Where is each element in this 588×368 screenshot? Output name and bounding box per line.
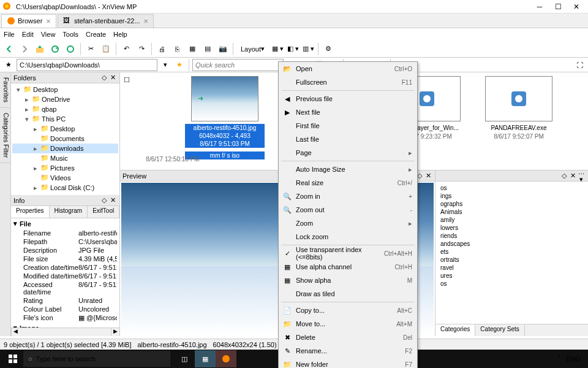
taskbar-app-xnview[interactable] — [216, 350, 236, 367]
menu-item[interactable]: ✎Rename...F2 — [279, 344, 417, 358]
folder-tree[interactable]: ▾📁Desktop▸📁OneDrive▸📁qbap▾📁This PC▸📁Desk… — [11, 83, 119, 195]
tray-lang[interactable]: ENG — [566, 355, 581, 362]
h-scrollbar[interactable]: ◀▶ — [11, 328, 119, 336]
forward-button[interactable] — [18, 42, 31, 56]
menu-view[interactable]: View — [41, 31, 56, 38]
tree-item[interactable]: 📁Music — [12, 153, 118, 163]
address-input[interactable] — [17, 59, 157, 71]
category-item[interactable]: ures — [438, 272, 586, 280]
panel-float-button[interactable]: ◇ — [100, 196, 108, 204]
panel-close-button[interactable]: ✕ — [568, 172, 577, 180]
panel-close-button[interactable]: ✕ — [108, 74, 117, 82]
multi-button[interactable]: ▤ — [201, 42, 214, 56]
fav-button[interactable]: ★ — [2, 59, 15, 71]
thumbnail[interactable]: ➜alberto-restifo-4510.jpg6048x4032 - 4,4… — [185, 76, 265, 159]
menu-item[interactable]: 📁Move to...Alt+M — [279, 317, 417, 331]
rotate-right-button[interactable]: ↷ — [135, 42, 148, 56]
category-item[interactable]: Animals — [438, 208, 586, 216]
tree-item[interactable]: ▸📁Desktop — [12, 124, 118, 134]
tray-up-icon[interactable]: ˄ — [557, 355, 561, 363]
capture-button[interactable]: 📷 — [216, 42, 230, 56]
fav-star-button[interactable]: ★ — [173, 59, 186, 71]
cut-button[interactable]: ✂ — [84, 42, 97, 56]
menu-item[interactable]: 📁New folderF7 — [279, 358, 417, 368]
menu-item[interactable]: Page▸ — [279, 146, 417, 159]
categories-filter-tab[interactable]: Categories Filter — [0, 108, 10, 163]
settings-button[interactable]: ⚙ — [322, 42, 335, 56]
category-item[interactable]: ographs — [438, 200, 586, 208]
print-button[interactable]: 🖨 — [155, 42, 168, 56]
tree-item[interactable]: ▸📁Downloads — [12, 144, 118, 153]
copy-button[interactable]: 📋 — [99, 42, 113, 56]
menu-item[interactable]: First file — [279, 119, 417, 132]
tree-item[interactable]: 📁Videos — [12, 173, 118, 183]
menu-item[interactable]: Lock zoom — [279, 230, 417, 243]
select-all-checkbox[interactable]: ☐ — [124, 76, 130, 84]
tree-item[interactable]: ▸📁OneDrive — [12, 94, 118, 104]
maximize-button[interactable]: ☐ — [549, 1, 567, 13]
category-item[interactable]: ortraits — [438, 256, 586, 264]
panel-float-button[interactable]: ◇ — [100, 74, 108, 82]
menu-item[interactable]: Auto Image Size▸ — [279, 163, 417, 176]
tree-item[interactable]: 📁Documents — [12, 134, 118, 144]
menu-item[interactable]: 📄Copy to...Alt+C — [279, 304, 417, 317]
search-input[interactable] — [192, 59, 284, 71]
batch-button[interactable]: ▦ — [186, 42, 199, 56]
menu-item[interactable]: 🔍Zoom in+ — [279, 190, 417, 203]
menu-edit[interactable]: Edit — [22, 31, 34, 38]
close-tab-icon[interactable]: × — [46, 17, 51, 26]
view3-button[interactable]: ▥ ▾ — [301, 42, 315, 56]
view1-button[interactable]: ▦ ▾ — [271, 42, 284, 56]
menu-item[interactable]: Last file — [279, 132, 417, 146]
category-item[interactable]: lowers — [438, 224, 586, 232]
panel-close-button[interactable]: ✕ — [424, 172, 432, 180]
menu-item[interactable]: Zoom▸ — [279, 217, 417, 230]
system-tray[interactable]: ˄ ENG — [557, 355, 586, 363]
up-button[interactable] — [33, 42, 47, 56]
menu-item[interactable]: Draw as tiled — [279, 287, 417, 301]
tab-categories[interactable]: Categories — [435, 324, 475, 336]
menu-create[interactable]: Create — [86, 31, 106, 38]
category-item[interactable]: ings — [438, 192, 586, 200]
tab-properties[interactable]: Properties — [11, 206, 50, 218]
menu-tools[interactable]: Tools — [62, 31, 78, 38]
task-view-button[interactable]: ◫ — [174, 350, 195, 367]
menu-item[interactable]: 📂OpenCtrl+O — [279, 62, 417, 75]
tab-histogram[interactable]: Histogram — [50, 206, 88, 218]
taskbar-search[interactable]: ○ Type here to search — [23, 351, 170, 367]
tree-item[interactable]: ▸📁Local Disk (C:) — [12, 183, 118, 193]
menu-file[interactable]: File — [4, 31, 15, 38]
close-tab-icon[interactable]: × — [144, 17, 149, 26]
panel-float-button[interactable]: ◇ — [560, 172, 568, 180]
category-item[interactable]: os — [438, 184, 586, 192]
start-button[interactable] — [2, 350, 23, 367]
tab-browser[interactable]: Browser × — [1, 14, 56, 28]
category-item[interactable]: os — [438, 280, 586, 288]
tab-category-sets[interactable]: Category Sets — [475, 324, 524, 336]
tree-item[interactable]: ▸📁Pictures — [12, 163, 118, 173]
tree-item[interactable]: ▸📁qbap — [12, 104, 118, 114]
menu-item[interactable]: ✖DeleteDel — [279, 331, 417, 344]
fullscreen-button[interactable]: ⛶ — [573, 59, 586, 71]
panel-close-button[interactable]: ✕ — [108, 196, 117, 204]
category-item[interactable]: riends — [438, 232, 586, 240]
layout-dropdown[interactable]: Layout ▾ — [236, 42, 269, 56]
menu-item[interactable]: 🔍Zoom out- — [279, 203, 417, 217]
category-item[interactable]: amily — [438, 216, 586, 224]
taskbar-app-1[interactable]: ▦ — [195, 350, 216, 367]
menu-item[interactable]: Real sizeCtrl+/ — [279, 176, 417, 190]
favorites-tab[interactable]: Favorites — [0, 72, 10, 108]
menu-help[interactable]: Help — [113, 31, 127, 38]
close-button[interactable]: ✕ — [567, 1, 586, 13]
tab-image[interactable]: 🖼 stefan-stenbauer-22... × — [58, 14, 154, 28]
view2-button[interactable]: ◧ ▾ — [286, 42, 300, 56]
convert-button[interactable]: ⎘ — [170, 42, 184, 56]
menu-item[interactable]: ◀Previous file — [279, 92, 417, 105]
category-item[interactable]: andscapes — [438, 240, 586, 248]
tab-exiftool[interactable]: ExifTool — [88, 206, 119, 218]
thumbnail[interactable]: PANDAFREEAV.exe8/6/17 9:52:07 PM — [479, 76, 559, 140]
addr-dropdown[interactable]: ▾ — [159, 59, 172, 71]
tree-item[interactable]: ▾📁Desktop — [12, 85, 118, 94]
category-item[interactable]: ravel — [438, 264, 586, 272]
tree-item[interactable]: ▾📁This PC — [12, 114, 118, 124]
